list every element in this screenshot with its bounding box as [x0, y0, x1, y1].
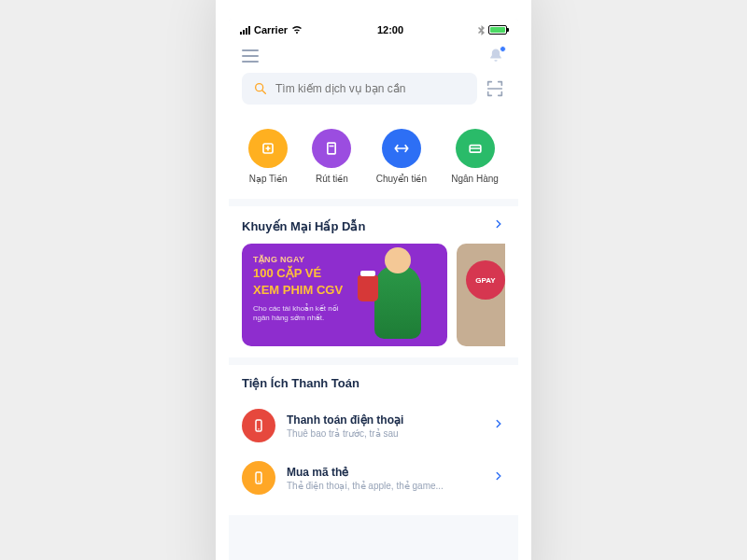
- utilities-section: Tiện Ích Thanh Toán Thanh toán điện thoạ…: [229, 365, 518, 515]
- promo-image: [356, 251, 440, 339]
- svg-point-10: [258, 481, 260, 483]
- phone-icon: [250, 417, 267, 434]
- promo-carousel[interactable]: TẶNG NGAY 100 CẶP VÉ XEM PHIM CGV Cho cá…: [242, 244, 505, 346]
- promotions-section: Khuyến Mại Hấp Dẫn TẶNG NGAY 100 CẶP VÉ …: [229, 206, 518, 357]
- action-transfer[interactable]: Chuyển tiền: [376, 129, 427, 184]
- action-label: Nạp Tiền: [249, 174, 288, 184]
- utilities-list: Thanh toán điện thoại Thuê bao trả trước…: [242, 399, 505, 504]
- action-bank[interactable]: Ngân Hàng: [451, 129, 499, 184]
- utility-sub: Thuê bao trả trước, trả sau: [287, 428, 481, 439]
- scan-button[interactable]: [485, 78, 505, 99]
- search-icon: [253, 81, 268, 96]
- utility-title: Mua mã thẻ: [287, 466, 481, 479]
- action-label: Rút tiền: [316, 174, 348, 184]
- phone-frame: Carrier 12:00 Nạp Tiền Rút tiền Chuyển t…: [216, 0, 531, 560]
- action-label: Chuyển tiền: [376, 174, 427, 184]
- bank-icon: [466, 139, 485, 158]
- signal-icon: [240, 26, 250, 35]
- action-withdraw[interactable]: Rút tiền: [312, 129, 351, 184]
- menu-button[interactable]: [242, 49, 259, 63]
- app-header: [229, 39, 518, 73]
- utility-text: Thanh toán điện thoại Thuê bao trả trước…: [287, 413, 481, 439]
- promotions-more-button[interactable]: [492, 217, 505, 234]
- battery-icon: [488, 25, 507, 35]
- utility-phone-payment[interactable]: Thanh toán điện thoại Thuê bao trả trước…: [242, 399, 505, 452]
- svg-point-0: [256, 84, 263, 91]
- notifications-button[interactable]: [486, 47, 505, 65]
- status-right: [478, 25, 507, 35]
- deposit-icon: [259, 139, 277, 158]
- withdraw-icon: [322, 139, 341, 158]
- section-header: Tiện Ích Thanh Toán: [242, 376, 505, 390]
- carrier-label: Carrier: [254, 24, 288, 35]
- svg-line-1: [262, 91, 265, 93]
- wifi-icon: [291, 25, 303, 35]
- card-icon: [250, 469, 267, 486]
- search-box[interactable]: [242, 73, 477, 105]
- screen: Carrier 12:00 Nạp Tiền Rút tiền Chuyển t…: [229, 19, 518, 560]
- svg-point-8: [258, 428, 260, 430]
- action-deposit[interactable]: Nạp Tiền: [248, 129, 288, 184]
- quick-actions: Nạp Tiền Rút tiền Chuyển tiền Ngân Hàng: [229, 116, 518, 199]
- transfer-icon: [392, 139, 411, 158]
- chevron-right-icon: [492, 469, 505, 486]
- utility-text: Mua mã thẻ Thẻ điện thoại, thẻ apple, th…: [287, 466, 481, 491]
- bluetooth-icon: [478, 25, 485, 35]
- search-input[interactable]: [275, 82, 466, 95]
- clock: 12:00: [377, 24, 403, 35]
- section-title: Tiện Ích Thanh Toán: [242, 376, 359, 390]
- gpay-badge: GPAY: [466, 260, 505, 300]
- utility-buy-card[interactable]: Mua mã thẻ Thẻ điện thoại, thẻ apple, th…: [242, 452, 505, 504]
- svg-rect-3: [328, 143, 335, 154]
- action-label: Ngân Hàng: [451, 174, 499, 184]
- section-title: Khuyến Mại Hấp Dẫn: [242, 219, 365, 233]
- promo-sub: Cho các tài khoản kết nối ngân hàng sớm …: [253, 304, 356, 324]
- notification-dot: [500, 46, 506, 52]
- status-left: Carrier: [240, 24, 303, 35]
- status-bar: Carrier 12:00: [229, 19, 518, 39]
- section-header: Khuyến Mại Hấp Dẫn: [242, 217, 505, 234]
- chevron-right-icon: [492, 217, 505, 231]
- utility-title: Thanh toán điện thoại: [287, 413, 481, 427]
- utility-sub: Thẻ điện thoại, thẻ apple, thẻ game...: [287, 481, 481, 491]
- promo-card-1[interactable]: TẶNG NGAY 100 CẶP VÉ XEM PHIM CGV Cho cá…: [242, 244, 447, 346]
- search-row: [229, 73, 518, 116]
- chevron-right-icon: [492, 417, 505, 434]
- promo-card-2[interactable]: GPAY: [457, 244, 505, 346]
- scan-icon: [485, 78, 505, 99]
